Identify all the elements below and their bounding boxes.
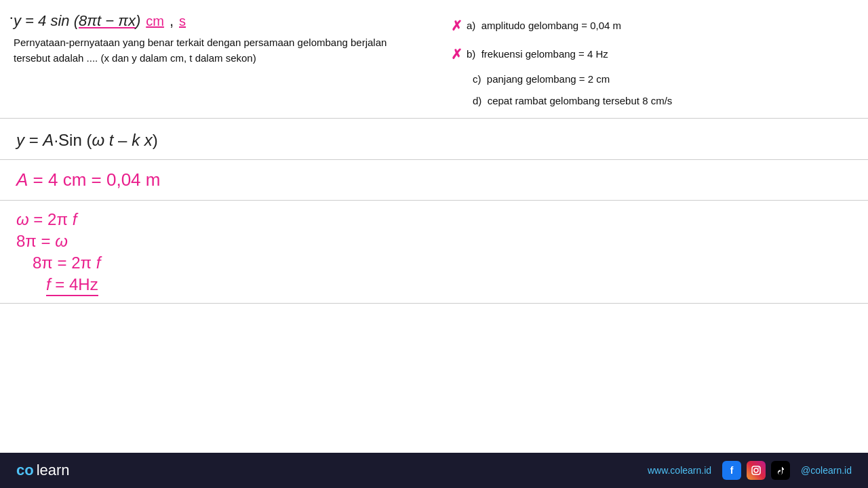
- omega-line-4: f = 4Hz: [16, 275, 852, 296]
- omega-line-1: ω = 2π f: [16, 210, 852, 229]
- option-b: ✗ b) frekuensi gelombang = 4 Hz: [451, 41, 854, 68]
- option-c: c) panjang gelombang = 2 cm: [451, 69, 854, 89]
- general-formula: y = A·Sin (ω t – k x): [16, 131, 158, 149]
- cross-a: ✗: [451, 12, 462, 39]
- option-d-text: d) cepat rambat gelombang tersebut 8 cm/…: [473, 91, 672, 111]
- footer-handle: @colearn.id: [801, 465, 852, 476]
- amplitude-line: A = 4 cm = 0,04 m: [16, 169, 160, 190]
- footer-logo-co: co: [16, 462, 34, 479]
- footer-right: www.colearn.id f @colearn.id: [648, 461, 852, 480]
- option-b-text: b) frekuensi gelombang = 4 Hz: [467, 44, 608, 64]
- footer-logo-learn: learn: [37, 462, 70, 479]
- top-dot: .: [9, 5, 14, 23]
- svg-rect-1: [752, 466, 760, 474]
- option-a-text: a) amplitudo gelombang = 0,04 m: [467, 16, 621, 36]
- instagram-icon[interactable]: [747, 461, 766, 480]
- question-text: Pernyataan-pernyataan yang benar terkait…: [14, 35, 417, 66]
- top-section: y = 4 sin (8πt − πx) cm , s Pernyataan-p…: [0, 7, 868, 119]
- footer: co learn www.colearn.id f @colearn.id: [0, 453, 868, 488]
- omega-line-3: 8π = 2π f: [16, 253, 852, 272]
- svg-point-2: [754, 468, 758, 472]
- svg-point-3: [758, 468, 760, 469]
- comma: ,: [170, 12, 174, 30]
- question-area: y = 4 sin (8πt − πx) cm , s Pernyataan-p…: [14, 12, 431, 113]
- option-d: d) cepat rambat gelombang tersebut 8 cm/…: [451, 91, 854, 111]
- footer-website: www.colearn.id: [648, 465, 711, 476]
- social-icons: f: [722, 461, 790, 480]
- section-amplitude: A = 4 cm = 0,04 m: [0, 160, 868, 201]
- unit-s: s: [179, 14, 186, 29]
- cross-b: ✗: [451, 41, 462, 68]
- facebook-icon[interactable]: f: [722, 461, 741, 480]
- option-a: ✗ a) amplitudo gelombang = 0,04 m: [451, 12, 854, 39]
- section-omega: ω = 2π f 8π = ω 8π = 2π f f = 4Hz: [0, 201, 868, 304]
- tiktok-icon[interactable]: [771, 461, 790, 480]
- options-area: ✗ a) amplitudo gelombang = 0,04 m ✗ b) f…: [431, 12, 854, 113]
- footer-logo: co learn: [16, 462, 70, 479]
- option-c-text: c) panjang gelombang = 2 cm: [473, 69, 610, 89]
- unit-cm: cm: [146, 14, 164, 29]
- equation-line: y = 4 sin (8πt − πx) cm , s: [14, 12, 417, 30]
- main-content: y = 4 sin (8πt − πx) cm , s Pernyataan-p…: [0, 0, 868, 447]
- omega-line-2: 8π = ω: [16, 232, 852, 251]
- section-formula: y = A·Sin (ω t – k x): [0, 119, 868, 160]
- main-equation: y = 4 sin (8πt − πx): [14, 12, 140, 30]
